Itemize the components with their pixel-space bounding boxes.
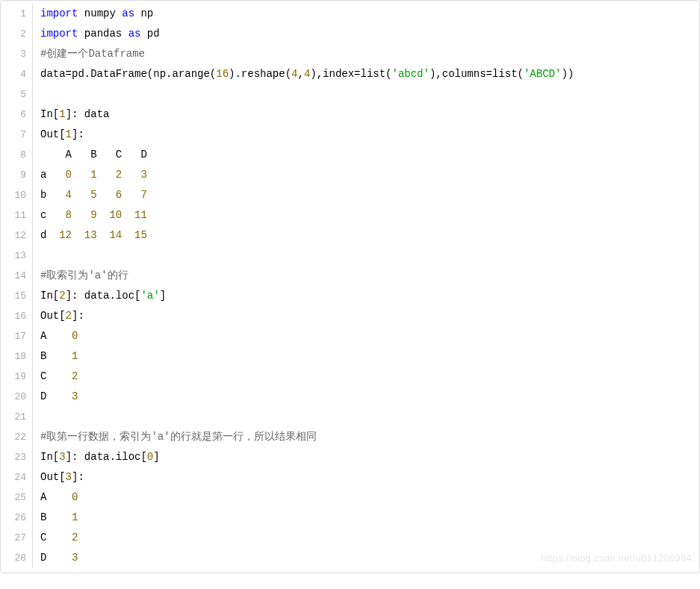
line-number: 2	[1, 24, 33, 44]
code-text: In[2]: data.loc['a']	[33, 286, 699, 306]
line-number: 10	[1, 185, 33, 205]
code-text: #创建一个Dataframe	[33, 44, 699, 64]
code-line: 18B 1	[1, 346, 699, 367]
code-line: 2import pandas as pd	[1, 24, 699, 44]
code-text: C 2	[33, 528, 699, 548]
code-text: c 8 9 10 11	[33, 205, 699, 225]
code-text: Out[1]:	[33, 125, 699, 145]
code-line: 11c 8 9 10 11	[1, 205, 699, 225]
code-text: A 0	[33, 326, 699, 346]
code-text: A 0	[33, 487, 699, 508]
code-text: import numpy as np	[33, 4, 699, 24]
code-line: 6In[1]: data	[1, 105, 699, 125]
code-line: 10b 4 5 6 7	[1, 185, 699, 205]
code-line: 20D 3	[1, 387, 699, 407]
code-line: 27C 2	[1, 528, 699, 548]
code-text: B 1	[33, 508, 699, 528]
code-line: 25A 0	[1, 487, 699, 508]
code-text: b 4 5 6 7	[33, 185, 699, 205]
code-text: Out[2]:	[33, 306, 699, 326]
line-number: 23	[1, 447, 33, 467]
code-line: 26B 1	[1, 508, 699, 528]
code-text: data=pd.DataFrame(np.arange(16).reshape(…	[33, 64, 699, 84]
line-number: 9	[1, 165, 33, 185]
code-text: In[1]: data	[33, 105, 699, 125]
line-number: 26	[1, 508, 33, 528]
line-number: 6	[1, 105, 33, 125]
line-number: 18	[1, 346, 33, 367]
code-line: 4data=pd.DataFrame(np.arange(16).reshape…	[1, 64, 699, 84]
code-line: 16Out[2]:	[1, 306, 699, 326]
code-line: 23In[3]: data.iloc[0]	[1, 447, 699, 467]
line-number: 11	[1, 205, 33, 225]
code-line: 24Out[3]:	[1, 467, 699, 487]
code-text: A B C D	[33, 145, 699, 165]
line-number: 28	[1, 548, 33, 568]
code-text: C 2	[33, 367, 699, 387]
line-number: 17	[1, 326, 33, 346]
line-number: 5	[1, 84, 33, 105]
code-line: 21	[1, 407, 699, 427]
code-text: d 12 13 14 15	[33, 225, 699, 246]
line-number: 25	[1, 487, 33, 508]
code-text: a 0 1 2 3	[33, 165, 699, 185]
code-text: #取索引为'a'的行	[33, 266, 699, 286]
code-text: import pandas as pd	[33, 24, 699, 44]
line-number: 12	[1, 225, 33, 246]
line-number: 20	[1, 387, 33, 407]
code-text: D 3	[33, 387, 699, 407]
code-text: B 1	[33, 346, 699, 367]
line-number: 22	[1, 427, 33, 447]
code-line: 1import numpy as np	[1, 4, 699, 24]
line-number: 24	[1, 467, 33, 487]
code-line: 17A 0	[1, 326, 699, 346]
line-number: 4	[1, 64, 33, 84]
code-line: 8 A B C D	[1, 145, 699, 165]
code-line: 5	[1, 84, 699, 105]
line-number: 1	[1, 4, 33, 24]
line-number: 7	[1, 125, 33, 145]
line-number: 15	[1, 286, 33, 306]
code-line: 3#创建一个Dataframe	[1, 44, 699, 64]
line-number: 27	[1, 528, 33, 548]
code-line: 19C 2	[1, 367, 699, 387]
code-text	[33, 84, 699, 105]
code-line: 14#取索引为'a'的行	[1, 266, 699, 286]
code-text	[33, 407, 699, 427]
code-text	[33, 246, 699, 266]
line-number: 19	[1, 367, 33, 387]
code-line: 13	[1, 246, 699, 266]
code-text: In[3]: data.iloc[0]	[33, 447, 699, 467]
line-number: 14	[1, 266, 33, 286]
line-number: 16	[1, 306, 33, 326]
code-line: 12d 12 13 14 15	[1, 225, 699, 246]
line-number: 3	[1, 44, 33, 64]
line-number: 13	[1, 246, 33, 266]
code-text: Out[3]:	[33, 467, 699, 487]
line-number: 21	[1, 407, 33, 427]
line-number: 8	[1, 145, 33, 165]
code-line: 15In[2]: data.loc['a']	[1, 286, 699, 306]
watermark: https://blog.csdn.net/u011208984	[541, 548, 692, 568]
code-line: 7Out[1]:	[1, 125, 699, 145]
code-block: 1import numpy as np2import pandas as pd3…	[0, 0, 700, 573]
code-text: #取第一行数据，索引为'a'的行就是第一行，所以结果相同	[33, 427, 699, 447]
code-line: 22#取第一行数据，索引为'a'的行就是第一行，所以结果相同	[1, 427, 699, 447]
code-line: 9a 0 1 2 3	[1, 165, 699, 185]
